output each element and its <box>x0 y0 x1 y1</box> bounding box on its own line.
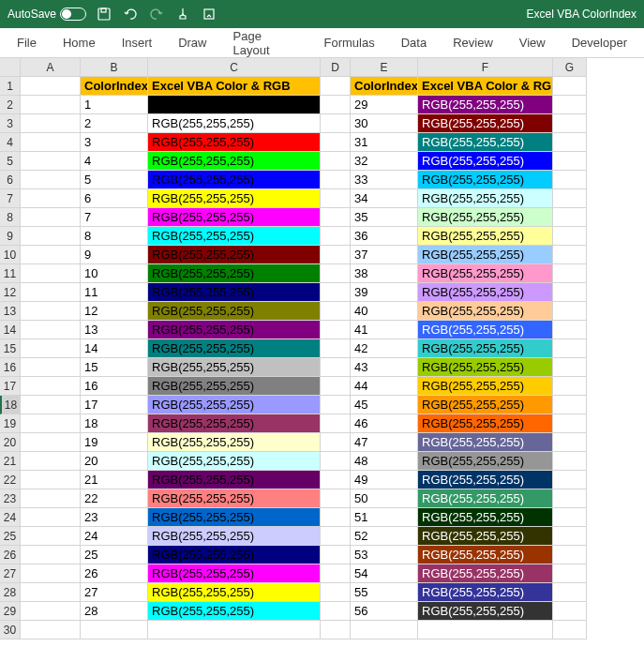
cell[interactable] <box>321 546 351 564</box>
cell-colorindex[interactable]: 49 <box>351 471 418 489</box>
cell[interactable] <box>553 527 587 546</box>
cell-colorindex[interactable]: 50 <box>351 489 418 508</box>
cell[interactable] <box>553 602 587 621</box>
cell-colorindex[interactable]: 43 <box>351 358 418 377</box>
tab-review[interactable]: Review <box>440 30 506 55</box>
cell-color-swatch[interactable]: RGB(255,255,255) <box>418 396 553 414</box>
cell-color-swatch[interactable]: RGB(255,255,255) <box>148 264 321 283</box>
cell-color-swatch[interactable]: RGB(255,255,255) <box>418 452 553 471</box>
column-header[interactable]: C <box>148 58 321 77</box>
cell[interactable] <box>321 621 351 639</box>
cell-color-swatch[interactable]: RGB(255,255,255) <box>148 246 321 264</box>
row-header[interactable]: 11 <box>0 264 21 283</box>
row-header[interactable]: 24 <box>0 508 21 527</box>
cell-color-swatch[interactable]: RGB(255,255,255) <box>418 527 553 546</box>
row-header[interactable]: 13 <box>0 302 21 321</box>
cell-color-swatch[interactable]: RGB(255,255,255) <box>418 564 553 583</box>
cell[interactable] <box>321 414 351 433</box>
cell[interactable] <box>321 283 351 302</box>
touch-icon[interactable] <box>174 6 191 23</box>
cell-colorindex[interactable]: 53 <box>351 546 418 564</box>
cell-color-swatch[interactable]: RGB(255,255,255) <box>148 471 321 489</box>
undo-icon[interactable] <box>122 6 139 23</box>
cell-colorindex[interactable]: 14 <box>81 339 148 358</box>
cell-colorindex[interactable]: 12 <box>81 302 148 321</box>
cell-color-swatch[interactable]: RGB(255,255,255) <box>418 227 553 246</box>
cell-color-swatch[interactable]: RGB(255,255,255) <box>148 171 321 189</box>
cell-color-swatch[interactable]: RGB(255,255,255) <box>418 339 553 358</box>
row-header[interactable]: 23 <box>0 489 21 508</box>
cell[interactable] <box>21 321 81 339</box>
cell[interactable] <box>321 396 351 414</box>
cell[interactable] <box>553 96 587 114</box>
autosave-toggle[interactable]: AutoSave <box>7 8 86 21</box>
cell[interactable] <box>21 358 81 377</box>
cell[interactable] <box>553 583 587 602</box>
cell[interactable] <box>553 171 587 189</box>
cell-colorindex[interactable]: 39 <box>351 283 418 302</box>
cell[interactable] <box>321 246 351 264</box>
row-header[interactable]: 29 <box>0 602 21 621</box>
tab-home[interactable]: Home <box>50 30 109 55</box>
cell-color-swatch[interactable]: RGB(255,255,255) <box>148 283 321 302</box>
cell-colorindex[interactable]: 30 <box>351 114 418 133</box>
cell-colorindex[interactable]: 45 <box>351 396 418 414</box>
row-header[interactable]: 6 <box>0 171 21 189</box>
cell[interactable] <box>553 246 587 264</box>
row-header[interactable]: 2 <box>0 96 21 114</box>
redo-icon[interactable] <box>148 6 165 23</box>
cell[interactable] <box>553 564 587 583</box>
cell[interactable] <box>553 189 587 208</box>
cell[interactable] <box>321 227 351 246</box>
cell-color-swatch[interactable]: RGB(255,255,255) <box>148 546 321 564</box>
cell[interactable] <box>553 489 587 508</box>
cell-color-swatch[interactable]: RGB(255,255,255) <box>148 321 321 339</box>
select-all-corner[interactable] <box>0 58 21 77</box>
cell-color-swatch[interactable]: RGB(255,255,255) <box>418 171 553 189</box>
cell[interactable] <box>553 358 587 377</box>
cell[interactable] <box>553 396 587 414</box>
cell-color-swatch[interactable]: RGB(255,255,255) <box>148 152 321 171</box>
cell-color-swatch[interactable]: RGB(255,255,255) <box>148 302 321 321</box>
cell-colorindex[interactable]: 5 <box>81 171 148 189</box>
row-header[interactable]: 30 <box>0 621 21 639</box>
cell[interactable] <box>21 283 81 302</box>
cell[interactable] <box>553 227 587 246</box>
cell[interactable] <box>321 564 351 583</box>
save-icon[interactable] <box>96 6 112 23</box>
row-header[interactable]: 19 <box>0 414 21 433</box>
cell[interactable] <box>321 377 351 396</box>
cell-color-swatch[interactable]: RGB(255,255,255) <box>418 152 553 171</box>
cell-color-swatch[interactable]: RGB(255,255,255) <box>418 246 553 264</box>
cell-colorindex[interactable]: 51 <box>351 508 418 527</box>
cell-color-swatch[interactable]: RGB(255,255,255) <box>418 189 553 208</box>
cell[interactable] <box>553 133 587 152</box>
cell[interactable] <box>21 471 81 489</box>
column-header[interactable]: B <box>81 58 148 77</box>
cell[interactable] <box>553 302 587 321</box>
cell-color-swatch[interactable]: RGB(255,255,255) <box>148 339 321 358</box>
cell-colorindex[interactable]: 46 <box>351 414 418 433</box>
cell[interactable] <box>21 621 81 639</box>
cell-colorindex[interactable]: 44 <box>351 377 418 396</box>
cell-color-swatch[interactable]: RGB(255,255,255) <box>148 114 321 133</box>
cell-color-swatch[interactable]: RGB(255,255,255) <box>148 396 321 414</box>
cell[interactable] <box>553 621 587 639</box>
cell[interactable] <box>21 489 81 508</box>
cell-color-swatch[interactable]: RGB(255,255,255) <box>418 96 553 114</box>
cell-colorindex[interactable]: 28 <box>81 602 148 621</box>
cell-colorindex[interactable] <box>81 621 148 639</box>
cell[interactable] <box>21 264 81 283</box>
cell[interactable] <box>553 546 587 564</box>
cell-colorindex[interactable]: 34 <box>351 189 418 208</box>
cell-colorindex[interactable]: 19 <box>81 433 148 452</box>
cell[interactable] <box>553 508 587 527</box>
cell-color-swatch[interactable]: RGB(255,255,255) <box>418 414 553 433</box>
cell-colorindex[interactable]: 21 <box>81 471 148 489</box>
cell-colorindex[interactable] <box>351 621 418 639</box>
cell-colorindex[interactable]: 11 <box>81 283 148 302</box>
cell[interactable] <box>321 583 351 602</box>
row-header[interactable]: 21 <box>0 452 21 471</box>
cell-colorindex[interactable]: 37 <box>351 246 418 264</box>
row-header[interactable]: 27 <box>0 564 21 583</box>
